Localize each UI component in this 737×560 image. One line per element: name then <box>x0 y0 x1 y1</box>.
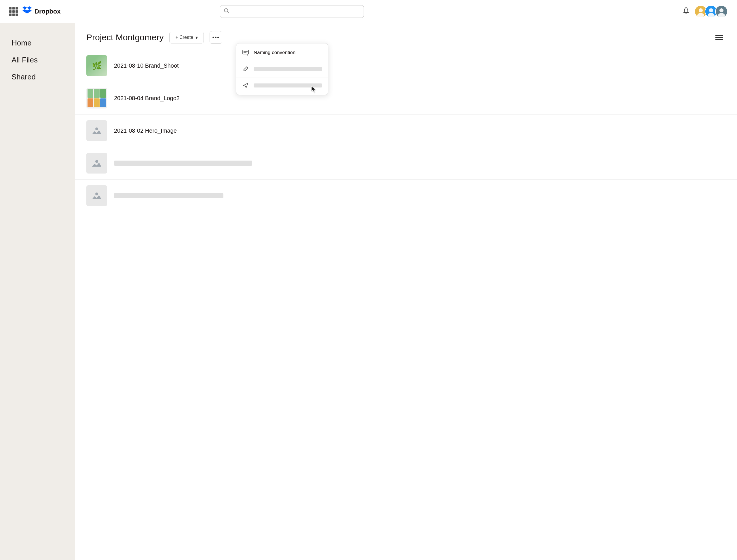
sidebar: Home All Files Shared <box>0 23 75 560</box>
file-name-1: 2021-08-10 Brand_Shoot <box>114 62 179 69</box>
svg-point-7 <box>709 8 713 12</box>
sidebar-item-home[interactable]: Home <box>0 35 75 52</box>
app-header: Dropbox <box>0 0 737 23</box>
sidebar-item-shared[interactable]: Shared <box>0 68 75 85</box>
svg-line-1 <box>227 12 229 13</box>
file-name-2: 2021-08-04 Brand_Logo2 <box>114 95 180 102</box>
more-options-icon: ••• <box>212 35 220 41</box>
share-placeholder <box>254 83 322 87</box>
file-thumbnail-5 <box>86 185 107 206</box>
svg-point-22 <box>95 193 98 195</box>
send-icon <box>242 83 249 88</box>
file-item[interactable]: 🌿 2021-08-10 Brand_Shoot <box>75 49 737 82</box>
search-bar <box>220 5 364 18</box>
chevron-down-icon: ▾ <box>195 35 198 40</box>
dropdown-menu: Naming convention <box>236 43 328 95</box>
file-item[interactable]: 2021-08-04 Brand_Logo2 <box>75 82 737 115</box>
svg-point-10 <box>719 8 723 12</box>
sidebar-nav: Home All Files Shared <box>0 35 75 85</box>
dropdown-divider-1 <box>236 61 328 61</box>
bell-icon[interactable] <box>682 7 690 16</box>
collaborator-avatars <box>694 5 728 18</box>
photo-placeholder-icon <box>92 126 102 135</box>
search-input[interactable] <box>220 5 364 18</box>
folder-header: Project Montgomery + Create ▾ ••• <box>75 23 737 44</box>
list-view-button[interactable] <box>713 31 725 44</box>
svg-rect-15 <box>243 50 248 54</box>
logo[interactable]: Dropbox <box>22 6 60 16</box>
header-left: Dropbox <box>9 6 60 16</box>
file-thumbnail-1: 🌿 <box>86 55 107 76</box>
folder-title: Project Montgomery <box>86 33 163 42</box>
avatar-3[interactable] <box>715 5 728 18</box>
svg-point-20 <box>95 127 98 130</box>
file-item[interactable] <box>75 147 737 180</box>
svg-point-2 <box>685 13 686 14</box>
file-thumbnail-2 <box>86 88 107 108</box>
create-button-label: + Create <box>175 35 193 40</box>
svg-point-21 <box>95 160 98 163</box>
file-list: 🌿 2021-08-10 Brand_Shoot 2021-08-0 <box>75 49 737 212</box>
photo-placeholder-icon <box>92 159 102 168</box>
file-name-3: 2021-08-02 Hero_Image <box>114 127 177 134</box>
rename-placeholder <box>254 67 322 71</box>
sidebar-item-all-files[interactable]: All Files <box>0 52 75 68</box>
file-thumbnail-4 <box>86 153 107 174</box>
file-thumbnail-3 <box>86 120 107 141</box>
file-name-placeholder-5 <box>114 193 223 198</box>
svg-point-4 <box>699 8 703 12</box>
header-right <box>682 5 728 18</box>
dropdown-item-share[interactable] <box>236 79 328 92</box>
dropdown-item-naming-convention[interactable]: Naming convention <box>236 46 328 60</box>
file-name-placeholder-4 <box>114 161 252 166</box>
pencil-icon <box>242 66 249 72</box>
search-icon <box>224 8 229 15</box>
main-content: Project Montgomery + Create ▾ ••• <box>75 23 737 560</box>
app-name: Dropbox <box>35 8 60 15</box>
app-grid-icon[interactable] <box>9 7 18 16</box>
dropdown-divider-2 <box>236 77 328 77</box>
dropbox-icon <box>22 6 32 16</box>
more-options-button[interactable]: ••• <box>209 31 222 44</box>
main-layout: Home All Files Shared Project Montgomery… <box>0 23 737 560</box>
photo-placeholder-icon <box>92 191 102 200</box>
file-item[interactable]: 2021-08-02 Hero_Image <box>75 115 737 147</box>
file-item[interactable] <box>75 180 737 212</box>
create-button[interactable]: + Create ▾ <box>169 32 204 43</box>
naming-convention-icon <box>242 50 249 56</box>
dropdown-item-rename[interactable] <box>236 62 328 76</box>
naming-convention-label: Naming convention <box>254 50 296 56</box>
